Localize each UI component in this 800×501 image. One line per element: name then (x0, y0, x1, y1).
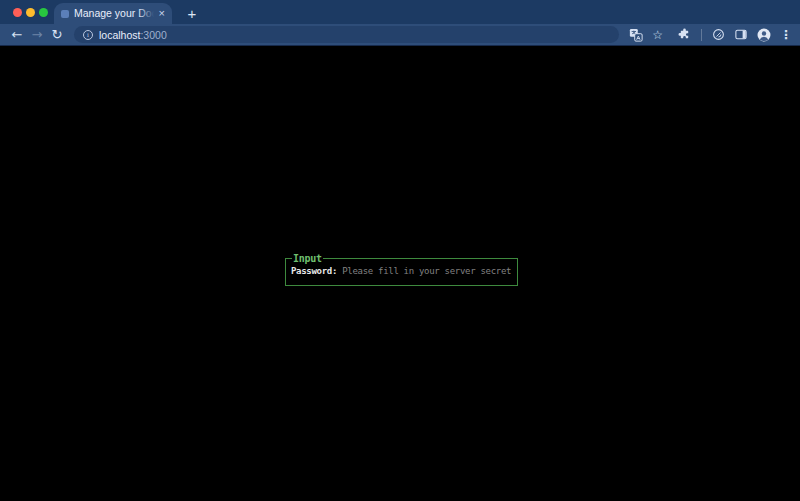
address-bar[interactable]: i localhost:3000 (74, 26, 619, 43)
window-controls (13, 8, 48, 17)
password-placeholder: Please fill in your server secret (342, 266, 511, 276)
window-close-button[interactable] (13, 8, 22, 17)
url-text: localhost:3000 (99, 29, 167, 41)
page-content: Input Password: Please fill in your serv… (0, 46, 800, 500)
tab-title-fade (138, 7, 154, 20)
site-info-icon[interactable]: i (83, 30, 93, 40)
new-tab-button[interactable]: + (180, 3, 204, 24)
reload-button[interactable]: ↻ (48, 26, 66, 44)
window-maximize-button[interactable] (39, 8, 48, 17)
bookmark-star-icon[interactable]: ☆ (652, 28, 663, 42)
input-panel-title: Input (292, 252, 323, 265)
tab-strip: Manage your Docker fleet wi × + (0, 0, 800, 24)
profile-avatar-icon[interactable] (757, 28, 771, 42)
extension-action-icon[interactable] (712, 28, 725, 41)
back-button[interactable]: ← (8, 26, 26, 44)
browser-tab[interactable]: Manage your Docker fleet wi × (54, 3, 172, 24)
tab-favicon-icon (61, 10, 69, 18)
toolbar-divider (701, 29, 702, 41)
forward-button[interactable]: → (28, 26, 46, 44)
input-panel: Input Password: Please fill in your serv… (285, 258, 518, 286)
url-port: :3000 (140, 29, 166, 41)
window-minimize-button[interactable] (26, 8, 35, 17)
browser-toolbar: ← → ↻ i localhost:3000 ☆ ⋮ (0, 24, 800, 46)
tab-close-icon[interactable]: × (159, 8, 165, 19)
password-label: Password: (291, 266, 337, 276)
url-host: localhost (99, 29, 140, 41)
translate-icon[interactable] (629, 28, 643, 42)
side-panel-icon[interactable] (734, 28, 748, 41)
extensions-puzzle-icon[interactable] (678, 28, 691, 41)
browser-menu-icon[interactable]: ⋮ (780, 28, 792, 42)
